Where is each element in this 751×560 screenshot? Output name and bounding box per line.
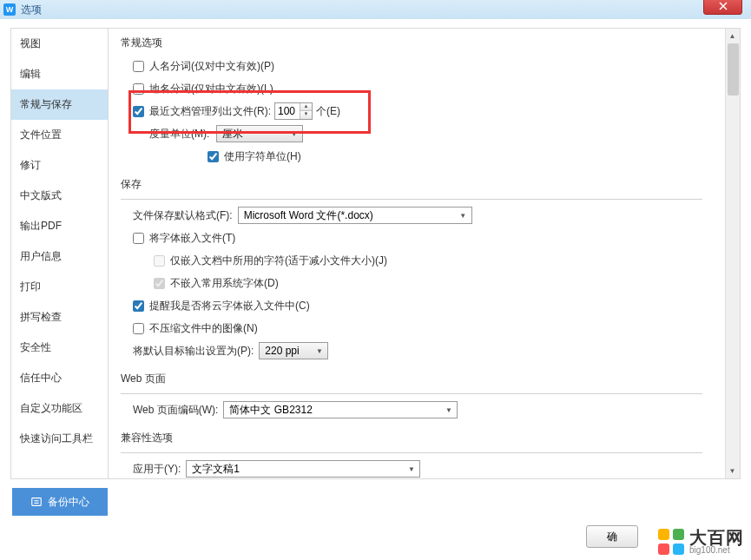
close-button[interactable]	[703, 0, 742, 15]
label-default-fmt: 文件保存默认格式(F):	[133, 208, 233, 223]
main-area: 视图 编辑 常规与保存 文件位置 修订 中文版式 输出PDF 用户信息 打印 拼…	[0, 19, 751, 479]
watermark-url: big100.net	[689, 546, 744, 555]
scroll-up-icon[interactable]: ▲	[726, 29, 739, 43]
recent-docs-input[interactable]	[275, 105, 300, 117]
spin-down-icon[interactable]: ▼	[300, 111, 312, 119]
label-recent-docs: 最近文档管理列出文件(R):	[149, 104, 271, 119]
sidebar-item-file-location[interactable]: 文件位置	[11, 120, 108, 150]
checkbox-no-sys	[154, 278, 165, 289]
ok-label: 确	[607, 530, 617, 544]
svg-rect-0	[32, 498, 42, 506]
sidebar-item-general-save[interactable]: 常规与保存	[11, 89, 108, 120]
sidebar-item-trust-center[interactable]: 信任中心	[11, 363, 108, 393]
checkbox-no-compress[interactable]	[133, 323, 144, 334]
label-cloud-font: 提醒我是否将云字体嵌入文件中(C)	[149, 299, 310, 313]
sidebar-item-edit[interactable]: 编辑	[11, 59, 108, 89]
label-char-unit: 使用字符单位(H)	[224, 149, 301, 164]
apply-value: 文字文稿1	[192, 462, 240, 477]
svg-rect-1	[34, 500, 38, 501]
label-unit: 度量单位(M):	[149, 127, 209, 142]
checkbox-embed-used	[154, 255, 165, 267]
apply-combo[interactable]: 文字文稿1 ▼	[186, 460, 420, 478]
label-ppi: 将默认目标输出设置为(P):	[133, 344, 254, 359]
sidebar-item-quick-access[interactable]: 快速访问工具栏	[11, 424, 108, 454]
section-general: 常规选项 人名分词(仅对中文有效)(P) 地名分词(仅对中文有效)(L) 最近文…	[121, 36, 740, 165]
scrollbar[interactable]: ▲ ▼	[725, 29, 740, 478]
unit-value: 厘米	[222, 127, 243, 142]
section-save: 保存 文件保存默认格式(F): Microsoft Word 文件(*.docx…	[121, 177, 740, 359]
svg-rect-2	[34, 503, 38, 504]
watermark-logo-icon	[658, 529, 684, 555]
content-panel: 常规选项 人名分词(仅对中文有效)(P) 地名分词(仅对中文有效)(L) 最近文…	[109, 28, 741, 479]
window-title: 选项	[21, 3, 42, 17]
label-apply: 应用于(Y):	[133, 462, 181, 477]
scroll-down-icon[interactable]: ▼	[726, 464, 739, 478]
sidebar-item-view[interactable]: 视图	[11, 29, 108, 59]
chevron-down-icon: ▼	[313, 347, 326, 355]
chevron-down-icon: ▼	[287, 130, 300, 138]
sidebar-item-print[interactable]: 打印	[11, 272, 108, 302]
spin-up-icon[interactable]: ▲	[300, 103, 312, 111]
sidebar-item-chinese-layout[interactable]: 中文版式	[11, 181, 108, 211]
watermark: 大百网 big100.net	[658, 529, 744, 555]
recent-docs-spinner[interactable]: ▲▼	[274, 102, 313, 120]
section-title-save: 保存	[121, 177, 740, 192]
scroll-thumb[interactable]	[728, 43, 739, 96]
backup-label: 备份中心	[48, 495, 89, 510]
title-bar: W 选项	[0, 0, 751, 19]
checkbox-person-seg[interactable]	[133, 61, 144, 72]
divider	[121, 393, 702, 394]
default-fmt-value: Microsoft Word 文件(*.docx)	[244, 208, 373, 223]
sidebar-item-output-pdf[interactable]: 输出PDF	[11, 211, 108, 241]
section-title-compat: 兼容性选项	[121, 431, 740, 445]
chevron-down-icon: ▼	[457, 212, 470, 220]
label-embed-used: 仅嵌入文档中所用的字符(适于减小文件大小)(J)	[170, 254, 387, 268]
sidebar-item-revision[interactable]: 修订	[11, 150, 108, 181]
divider	[121, 199, 702, 200]
sidebar-item-user-info[interactable]: 用户信息	[11, 241, 108, 272]
encoding-value: 简体中文 GB2312	[229, 403, 312, 418]
label-person-seg: 人名分词(仅对中文有效)(P)	[149, 59, 274, 74]
ppi-combo[interactable]: 220 ppi ▼	[259, 342, 328, 359]
backup-center-button[interactable]: 备份中心	[12, 488, 108, 516]
ok-button[interactable]: 确	[586, 525, 638, 548]
checkbox-cloud-font[interactable]	[133, 300, 144, 312]
close-icon	[719, 2, 728, 10]
ppi-value: 220 ppi	[265, 345, 299, 357]
section-title-web: Web 页面	[121, 372, 740, 386]
checkbox-char-unit[interactable]	[208, 151, 219, 162]
sidebar: 视图 编辑 常规与保存 文件位置 修订 中文版式 输出PDF 用户信息 打印 拼…	[10, 28, 109, 479]
chevron-down-icon: ▼	[405, 465, 418, 473]
unit-combo[interactable]: 厘米 ▼	[216, 125, 303, 142]
label-encoding: Web 页面编码(W):	[133, 403, 218, 418]
checkbox-place-seg[interactable]	[133, 83, 144, 95]
backup-icon	[30, 496, 43, 508]
watermark-name: 大百网	[689, 529, 744, 546]
section-compat: 兼容性选项 应用于(Y): 文字文稿1 ▼ 拆分分页符和段落标记(A)	[121, 431, 740, 479]
chevron-down-icon: ▼	[442, 406, 455, 414]
label-recent-docs-suffix: 个(E)	[316, 104, 340, 119]
label-no-compress: 不压缩文件中的图像(N)	[149, 321, 258, 336]
sidebar-item-security[interactable]: 安全性	[11, 333, 108, 363]
label-no-sys: 不嵌入常用系统字体(D)	[170, 276, 279, 291]
sidebar-item-spellcheck[interactable]: 拼写检查	[11, 302, 108, 333]
sidebar-item-customize-ribbon[interactable]: 自定义功能区	[11, 393, 108, 424]
label-embed-font: 将字体嵌入文件(T)	[149, 231, 235, 246]
encoding-combo[interactable]: 简体中文 GB2312 ▼	[223, 401, 458, 418]
section-title-general: 常规选项	[121, 36, 740, 50]
app-icon: W	[3, 3, 16, 16]
default-fmt-combo[interactable]: Microsoft Word 文件(*.docx) ▼	[238, 207, 472, 224]
section-web: Web 页面 Web 页面编码(W): 简体中文 GB2312 ▼	[121, 372, 740, 418]
checkbox-recent-docs[interactable]	[133, 106, 144, 117]
divider	[121, 452, 702, 453]
checkbox-embed-font[interactable]	[133, 233, 144, 244]
label-place-seg: 地名分词(仅对中文有效)(L)	[149, 82, 273, 96]
